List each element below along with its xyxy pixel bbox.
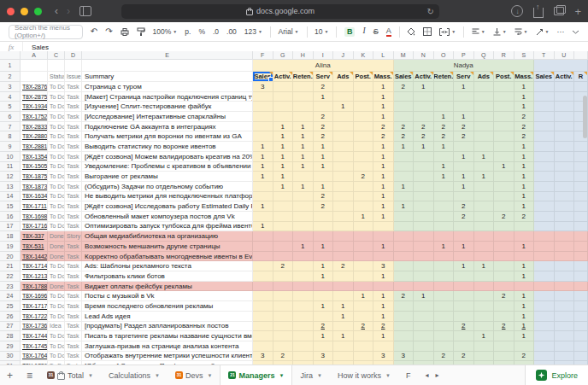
- row-header-15[interactable]: 15: [0, 201, 21, 212]
- value-cell[interactable]: [394, 271, 415, 282]
- value-cell[interactable]: 1: [434, 242, 455, 252]
- value-cell[interactable]: 1: [253, 152, 273, 162]
- value-cell[interactable]: 2: [514, 131, 535, 142]
- value-cell[interactable]: 2: [454, 201, 474, 212]
- value-cell[interactable]: 1: [373, 82, 394, 92]
- value-cell[interactable]: 1: [373, 162, 394, 172]
- value-cell[interactable]: [354, 301, 374, 312]
- cell[interactable]: [574, 312, 588, 322]
- value-cell[interactable]: [494, 231, 514, 242]
- value-cell[interactable]: 2: [314, 122, 334, 132]
- value-cell[interactable]: [454, 252, 474, 262]
- value-cell[interactable]: [253, 112, 273, 122]
- metric-header-third[interactable]: R: [574, 72, 588, 82]
- metric-header-nadya[interactable]: Serv: [454, 72, 474, 82]
- value-cell[interactable]: [555, 242, 575, 252]
- value-cell[interactable]: 1: [514, 152, 535, 162]
- value-cell[interactable]: [394, 92, 415, 102]
- value-cell[interactable]: [494, 352, 514, 362]
- status-cell[interactable]: To Do: [48, 102, 65, 112]
- column-header-P[interactable]: P: [454, 51, 474, 60]
- value-cell[interactable]: [414, 231, 434, 242]
- issue-type-cell[interactable]: Story: [65, 231, 82, 242]
- print-icon[interactable]: [121, 28, 129, 36]
- value-cell[interactable]: 2: [434, 352, 455, 362]
- scroll-tabs-right-icon[interactable]: ▸: [435, 371, 438, 379]
- undo-icon[interactable]: ↶: [91, 27, 97, 36]
- value-cell[interactable]: 1: [514, 331, 535, 341]
- value-cell[interactable]: [314, 291, 334, 301]
- value-cell[interactable]: [534, 231, 555, 242]
- value-cell[interactable]: [474, 162, 495, 172]
- sheet-tab-devs[interactable]: 31Devs▼: [168, 365, 220, 385]
- value-cell[interactable]: 3: [314, 352, 334, 362]
- explore-button[interactable]: Explore: [536, 370, 578, 381]
- row-header-25[interactable]: 25: [0, 301, 21, 312]
- value-cell[interactable]: [474, 192, 495, 202]
- value-cell[interactable]: [474, 82, 495, 92]
- value-cell[interactable]: [534, 212, 555, 222]
- value-cell[interactable]: [474, 271, 495, 282]
- cell[interactable]: [574, 261, 588, 271]
- cell[interactable]: [574, 142, 588, 152]
- value-cell[interactable]: [414, 172, 434, 182]
- value-cell[interactable]: [253, 331, 273, 341]
- value-cell[interactable]: [333, 172, 354, 182]
- value-cell[interactable]: 1: [514, 271, 535, 282]
- issue-type-cell[interactable]: Task: [65, 282, 82, 292]
- close-window-button[interactable]: [7, 8, 15, 15]
- value-cell[interactable]: [474, 212, 495, 222]
- value-cell[interactable]: [394, 152, 415, 162]
- value-cell[interactable]: [454, 282, 474, 292]
- value-cell[interactable]: 1: [434, 172, 455, 182]
- metric-header-alina[interactable]: Sales: [253, 72, 273, 82]
- value-cell[interactable]: [293, 331, 314, 341]
- value-cell[interactable]: [354, 331, 374, 341]
- issue-type-cell[interactable]: Task: [65, 271, 82, 282]
- issue-id-link[interactable]: T8X-1716: [21, 222, 48, 232]
- value-cell[interactable]: 1: [293, 142, 314, 152]
- value-cell[interactable]: 1: [514, 192, 535, 202]
- value-cell[interactable]: [534, 242, 555, 252]
- value-cell[interactable]: [555, 212, 575, 222]
- value-cell[interactable]: [253, 192, 273, 202]
- value-cell[interactable]: 1: [373, 192, 394, 202]
- value-cell[interactable]: [293, 92, 314, 102]
- value-cell[interactable]: 2: [514, 112, 535, 122]
- value-cell[interactable]: [253, 92, 273, 102]
- row-header-19[interactable]: 19: [0, 242, 21, 252]
- value-cell[interactable]: 2: [494, 212, 514, 222]
- sheet-tab-menu-icon[interactable]: ▼: [88, 373, 93, 378]
- value-cell[interactable]: 2: [373, 122, 394, 132]
- issue-id-link[interactable]: T8X-2881: [21, 142, 48, 152]
- status-cell[interactable]: Done: [48, 282, 65, 292]
- value-cell[interactable]: [534, 322, 555, 332]
- value-cell[interactable]: [414, 222, 434, 232]
- value-cell[interactable]: [314, 172, 334, 182]
- font-family-select[interactable]: Arial▼: [279, 28, 299, 36]
- issue-type-cell[interactable]: Task: [65, 222, 82, 232]
- value-cell[interactable]: [534, 291, 555, 301]
- value-cell[interactable]: [373, 252, 394, 262]
- issue-id-link[interactable]: T8X-1354: [21, 152, 48, 162]
- value-cell[interactable]: [494, 192, 514, 202]
- menu-search-input[interactable]: Search the menus (Option+/): [9, 25, 83, 39]
- value-cell[interactable]: [253, 322, 273, 332]
- value-cell[interactable]: [454, 271, 474, 282]
- value-cell[interactable]: [354, 152, 374, 162]
- value-cell[interactable]: 1: [514, 322, 535, 332]
- value-cell[interactable]: 1: [514, 312, 535, 322]
- grid-corner[interactable]: [0, 51, 21, 60]
- value-cell[interactable]: [555, 152, 575, 162]
- value-cell[interactable]: [333, 162, 354, 172]
- value-cell[interactable]: [373, 341, 394, 352]
- value-cell[interactable]: [273, 222, 294, 232]
- issue-id-link[interactable]: T8X-337: [21, 231, 48, 242]
- cell[interactable]: [574, 252, 588, 262]
- value-cell[interactable]: 1: [293, 242, 314, 252]
- value-cell[interactable]: [354, 162, 374, 172]
- status-cell[interactable]: Done: [48, 242, 65, 252]
- value-cell[interactable]: [434, 222, 455, 232]
- value-cell[interactable]: 1: [494, 162, 514, 172]
- value-cell[interactable]: 1: [373, 242, 394, 252]
